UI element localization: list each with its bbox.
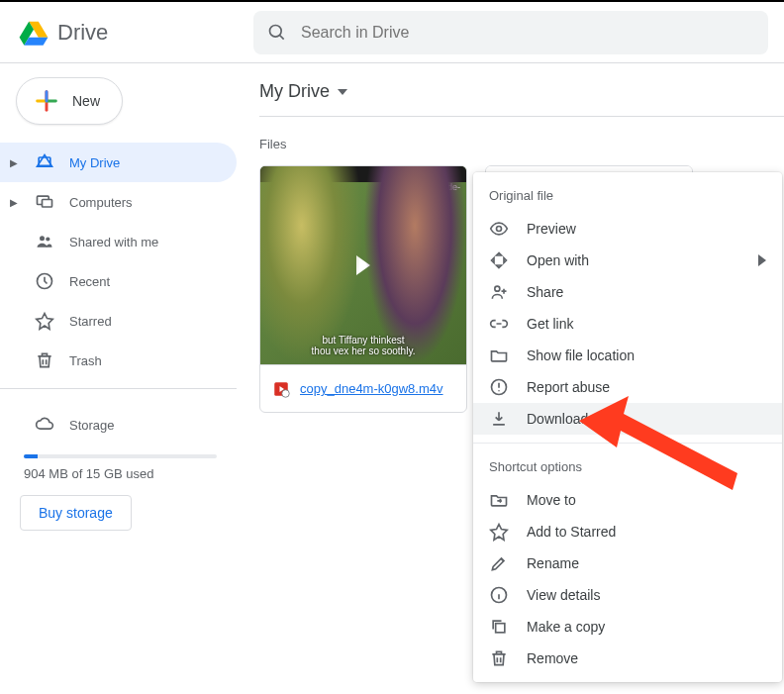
cloud-icon	[34, 415, 55, 435]
svg-point-16	[282, 389, 290, 397]
video-subtitle: but Tiffany thinkestthou vex her so soot…	[260, 335, 466, 356]
file-name: copy_dne4m-k0gw8.m4v	[300, 381, 443, 396]
plus-icon	[33, 87, 60, 115]
context-menu-header: Original file	[473, 180, 782, 213]
ctx-rename[interactable]: Rename	[473, 547, 782, 579]
svg-marker-13	[338, 89, 347, 95]
search-input[interactable]	[301, 24, 754, 42]
info-icon	[489, 585, 509, 605]
svg-point-23	[495, 286, 500, 291]
search-bar[interactable]	[253, 11, 768, 54]
file-caption: copy_dne4m-k0gw8.m4v	[260, 364, 466, 412]
nav-item-trash[interactable]: Trash	[0, 341, 237, 380]
nav-item-shared[interactable]: Shared with me	[0, 222, 237, 261]
svg-point-3	[270, 25, 282, 37]
breadcrumb[interactable]: My Drive	[259, 81, 784, 117]
nav-item-label: Computers	[69, 195, 133, 210]
nav-item-label: Recent	[69, 274, 110, 289]
chevron-right-icon: ▶	[10, 157, 20, 168]
ctx-preview[interactable]: Preview	[473, 213, 782, 245]
nav-item-label: My Drive	[69, 155, 120, 170]
storage-used-text: 904 MB of 15 GB used	[0, 466, 237, 481]
topbar: Drive	[0, 0, 784, 63]
report-icon	[489, 377, 509, 397]
svg-point-10	[46, 237, 49, 241]
svg-rect-27	[496, 624, 505, 633]
nav-list: ▶ My Drive ▶ Computers Shared with me Re…	[0, 139, 237, 380]
nav-item-label: Shared with me	[69, 235, 158, 249]
open-with-icon	[489, 250, 509, 270]
recent-icon	[34, 271, 55, 291]
drive-logo-icon	[18, 17, 49, 49]
file-card[interactable]: Made- but Tiffany thinkestthou vex her s…	[259, 165, 467, 413]
new-button-label: New	[72, 93, 100, 109]
new-button[interactable]: New	[16, 77, 123, 125]
svg-marker-25	[491, 525, 508, 541]
download-icon	[489, 409, 509, 429]
divider	[0, 388, 237, 389]
storage-bar	[24, 454, 217, 458]
context-menu-header: Shortcut options	[473, 451, 782, 484]
svg-marker-12	[37, 314, 53, 330]
link-icon	[489, 314, 509, 334]
ctx-share[interactable]: Share	[473, 276, 782, 308]
svg-point-21	[497, 227, 502, 232]
storage-label: Storage	[69, 418, 115, 433]
move-to-icon	[489, 490, 509, 510]
video-file-icon	[272, 380, 290, 398]
files-section-label: Files	[259, 137, 784, 151]
ctx-view-details[interactable]: View details	[473, 579, 782, 611]
sidebar: New ▶ My Drive ▶ Computers Shared with m…	[0, 63, 238, 694]
brand-label: Drive	[57, 20, 108, 46]
star-icon	[34, 311, 55, 331]
ctx-open-with[interactable]: Open with	[473, 245, 782, 276]
trash-icon	[34, 350, 55, 370]
breadcrumb-title: My Drive	[259, 81, 330, 102]
svg-marker-22	[758, 254, 766, 266]
ctx-report-abuse[interactable]: Report abuse	[473, 371, 782, 403]
ctx-remove[interactable]: Remove	[473, 643, 782, 674]
copy-icon	[489, 617, 509, 637]
thumbnail: Made- but Tiffany thinkestthou vex her s…	[260, 166, 466, 364]
nav-item-recent[interactable]: Recent	[0, 261, 237, 301]
divider	[473, 443, 782, 444]
ctx-add-starred[interactable]: Add to Starred	[473, 516, 782, 547]
chevron-right-icon	[758, 254, 766, 266]
star-icon	[489, 522, 509, 542]
buy-storage-button[interactable]: Buy storage	[20, 495, 132, 531]
nav-item-computers[interactable]: ▶ Computers	[0, 182, 237, 222]
chevron-right-icon: ▶	[10, 197, 20, 208]
ctx-get-link[interactable]: Get link	[473, 308, 782, 340]
storage-section: Storage 904 MB of 15 GB used Buy storage	[0, 397, 237, 531]
ctx-make-copy[interactable]: Make a copy	[473, 611, 782, 643]
brand[interactable]: Drive	[0, 17, 238, 49]
eye-icon	[489, 219, 509, 239]
shared-icon	[34, 232, 55, 251]
dropdown-arrow-icon	[338, 87, 347, 97]
nav-item-label: Starred	[69, 314, 112, 329]
computers-icon	[34, 192, 55, 212]
nav-item-starred[interactable]: Starred	[0, 301, 237, 341]
person-add-icon	[489, 282, 509, 302]
nav-item-storage[interactable]: Storage	[0, 405, 237, 445]
ctx-move-to[interactable]: Move to	[473, 484, 782, 516]
nav-item-label: Trash	[69, 353, 102, 368]
svg-point-9	[40, 236, 45, 241]
mydrive-icon	[34, 152, 55, 172]
svg-rect-8	[43, 200, 52, 208]
trash-icon	[489, 648, 509, 668]
nav-item-mydrive[interactable]: ▶ My Drive	[0, 143, 237, 182]
context-menu: Original file Preview Open with Share Ge…	[473, 172, 782, 682]
search-icon	[267, 23, 287, 43]
ctx-download[interactable]: Download	[473, 403, 782, 435]
pencil-icon	[489, 553, 509, 573]
folder-icon	[489, 346, 509, 365]
ctx-show-location[interactable]: Show file location	[473, 340, 782, 371]
svg-line-4	[280, 35, 284, 39]
